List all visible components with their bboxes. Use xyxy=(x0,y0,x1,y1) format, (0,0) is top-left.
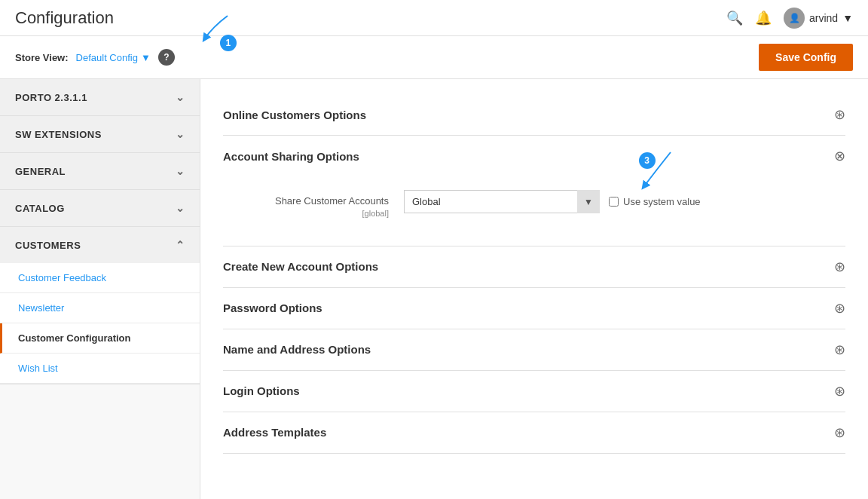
sidebar-section-customers-header[interactable]: CUSTOMERS ⌃ xyxy=(0,227,200,263)
account-sharing-content: Share Customer Accounts [global] 3 xyxy=(223,176,845,234)
store-view-label: Store View: xyxy=(15,52,69,63)
store-view-dropdown[interactable]: Default Config ▼ xyxy=(76,52,151,63)
user-menu[interactable]: 👤 arvind ▼ xyxy=(784,8,853,29)
store-view-caret-icon: ▼ xyxy=(141,52,151,63)
password-toggle-icon: ⊛ xyxy=(834,300,845,317)
share-accounts-select[interactable]: Global Per Website xyxy=(404,190,600,213)
page-title: Configuration xyxy=(15,8,114,28)
sidebar-section-customers-label: CUSTOMERS xyxy=(15,240,81,251)
porto-chevron-icon: ⌄ xyxy=(176,91,185,103)
store-view-left: Store View: Default Config ▼ ? 1 xyxy=(15,49,212,66)
login-toggle-icon: ⊛ xyxy=(834,383,845,400)
section-name-address[interactable]: Name and Address Options ⊛ xyxy=(223,329,845,371)
section-login[interactable]: Login Options ⊛ xyxy=(223,371,845,412)
catalog-chevron-icon: ⌄ xyxy=(176,202,185,214)
username: arvind xyxy=(809,12,838,24)
sidebar-section-general-header[interactable]: GENERAL ⌄ xyxy=(0,153,200,189)
share-accounts-controls: 3 Global xyxy=(404,190,701,213)
section-account-sharing-title: Account Sharing Options xyxy=(223,150,359,163)
general-chevron-icon: ⌄ xyxy=(176,165,185,177)
section-account-sharing-header[interactable]: Account Sharing Options ⊗ xyxy=(223,136,845,176)
online-customers-toggle-icon: ⊛ xyxy=(834,106,845,123)
sidebar-section-porto-header[interactable]: PORTO 2.3.1.1 ⌄ xyxy=(0,79,200,115)
top-header: Configuration 🔍 🔔 👤 arvind ▼ xyxy=(0,0,868,36)
sw-chevron-icon: ⌄ xyxy=(176,128,185,140)
main-layout: PORTO 2.3.1.1 ⌄ SW EXTENSIONS ⌄ GENERAL … xyxy=(0,79,868,499)
sidebar-section-porto-label: PORTO 2.3.1.1 xyxy=(15,92,87,103)
bell-icon[interactable]: 🔔 xyxy=(755,10,772,26)
sidebar-section-general-label: GENERAL xyxy=(15,166,66,177)
sidebar-section-catalog-header[interactable]: CATALOG ⌄ xyxy=(0,190,200,226)
sidebar-section-sw-extensions-header[interactable]: SW EXTENSIONS ⌄ xyxy=(0,116,200,152)
section-password[interactable]: Password Options ⊛ xyxy=(223,288,845,329)
section-address-templates-title: Address Templates xyxy=(223,426,326,439)
sidebar-section-sw-label: SW EXTENSIONS xyxy=(15,129,102,140)
sidebar-item-wish-list[interactable]: Wish List xyxy=(0,354,200,384)
store-view-value: Default Config xyxy=(76,52,138,63)
section-create-account[interactable]: Create New Account Options ⊛ xyxy=(223,246,845,288)
account-sharing-toggle-icon: ⊗ xyxy=(834,148,845,164)
user-caret-icon: ▼ xyxy=(842,12,853,24)
annotation-arrow-1 xyxy=(197,12,243,42)
sidebar-item-customer-feedback[interactable]: Customer Feedback xyxy=(0,263,200,293)
sidebar-item-customer-configuration[interactable]: Customer Configuration xyxy=(0,323,200,354)
save-config-button[interactable]: Save Config xyxy=(759,44,853,71)
store-view-bar: Store View: Default Config ▼ ? 1 xyxy=(0,36,868,79)
help-icon[interactable]: ? xyxy=(158,49,175,66)
section-login-title: Login Options xyxy=(223,384,300,397)
sidebar: PORTO 2.3.1.1 ⌄ SW EXTENSIONS ⌄ GENERAL … xyxy=(0,79,200,499)
share-accounts-label: Share Customer Accounts [global] xyxy=(238,190,389,220)
section-create-account-title: Create New Account Options xyxy=(223,260,378,273)
sidebar-section-general: GENERAL ⌄ xyxy=(0,153,200,190)
user-avatar: 👤 xyxy=(784,8,805,29)
name-address-toggle-icon: ⊛ xyxy=(834,341,845,358)
section-online-customers-title: Online Customers Options xyxy=(223,109,366,121)
share-accounts-select-wrap: Global Per Website ▼ xyxy=(404,190,600,213)
sidebar-section-porto: PORTO 2.3.1.1 ⌄ xyxy=(0,79,200,116)
sidebar-section-catalog: CATALOG ⌄ xyxy=(0,190,200,227)
header-right: 🔍 🔔 👤 arvind ▼ xyxy=(726,8,853,29)
section-address-templates[interactable]: Address Templates ⊛ xyxy=(223,412,845,454)
sidebar-section-customers: CUSTOMERS ⌃ Customer Feedback Newsletter… xyxy=(0,227,200,384)
sidebar-item-newsletter[interactable]: Newsletter 2 xyxy=(0,293,200,323)
search-icon[interactable]: 🔍 xyxy=(726,10,743,26)
share-accounts-sublabel: [global] xyxy=(238,208,389,219)
sidebar-section-sw-extensions: SW EXTENSIONS ⌄ xyxy=(0,116,200,153)
section-name-address-title: Name and Address Options xyxy=(223,343,371,356)
share-customer-accounts-row: Share Customer Accounts [global] 3 xyxy=(238,184,845,226)
section-online-customers[interactable]: Online Customers Options ⊛ xyxy=(223,94,845,136)
content-area: Online Customers Options ⊛ Account Shari… xyxy=(200,79,868,499)
create-account-toggle-icon: ⊛ xyxy=(834,259,845,275)
section-account-sharing: Account Sharing Options ⊗ Share Customer… xyxy=(223,136,845,246)
sidebar-section-catalog-label: CATALOG xyxy=(15,203,65,214)
use-system-value-checkbox[interactable] xyxy=(609,197,619,207)
customers-chevron-icon: ⌃ xyxy=(176,239,185,251)
annotation-arrow-3 xyxy=(633,148,678,190)
section-password-title: Password Options xyxy=(223,302,322,314)
address-templates-toggle-icon: ⊛ xyxy=(834,424,845,441)
use-system-value-label[interactable]: Use system value xyxy=(609,196,701,207)
